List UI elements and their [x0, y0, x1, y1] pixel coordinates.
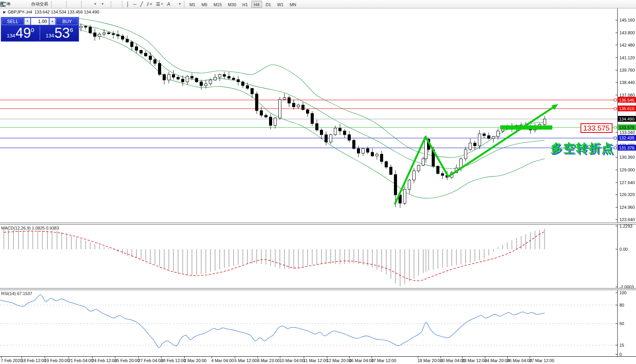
- market-watch-icon[interactable]: [18, 0, 22, 8]
- timeframe-mn-button[interactable]: MN: [287, 1, 299, 8]
- svg-text:133.575: 133.575: [619, 125, 634, 130]
- text-icon[interactable]: A: [165, 0, 172, 8]
- macd-pane[interactable]: 1.22930.00-2.0003: [0, 225, 636, 288]
- auto-scroll-icon[interactable]: [84, 0, 87, 8]
- zoom-out-icon[interactable]: [72, 0, 76, 8]
- timeframe-w1-button[interactable]: W1: [274, 1, 286, 8]
- chart-shift-icon[interactable]: [87, 0, 91, 8]
- time-axis-label: 18 Feb 12:00: [21, 358, 46, 363]
- chart-title: GBPJPY-,H4 133.642 134.534 133.456 134.4…: [2, 10, 99, 14]
- vertical-line-icon[interactable]: │: [125, 0, 131, 8]
- candlestick-chart-icon[interactable]: [57, 0, 61, 8]
- time-axis[interactable]: 7 Feb 202018 Feb 12:0019 Feb 20:0021 Feb…: [0, 356, 636, 364]
- buy-price-prefix: 134: [45, 33, 54, 41]
- candle-body: [163, 74, 166, 80]
- time-axis-label: 2 Mar 20:00: [184, 358, 207, 363]
- candle-body: [320, 130, 323, 135]
- line-handle[interactable]: [614, 107, 616, 110]
- line-chart-icon[interactable]: [61, 0, 65, 8]
- horizontal-line-icon[interactable]: ─: [131, 0, 138, 8]
- candle-body: [242, 82, 244, 86]
- candle-body: [121, 36, 124, 39]
- price-axis-label: 138.440: [619, 80, 635, 85]
- candle-body: [488, 136, 490, 138]
- volume-input[interactable]: [31, 18, 49, 25]
- timeframe-m30-button[interactable]: M30: [225, 1, 239, 8]
- channel-icon[interactable]: ⫽E: [145, 0, 154, 8]
- price-axis-label: 123.640: [619, 217, 635, 222]
- cursor-icon[interactable]: [113, 0, 117, 8]
- candle-body: [140, 50, 143, 53]
- time-axis-label: 4 Mar 04:00: [211, 358, 234, 363]
- trend-arrow-line[interactable]: [395, 106, 555, 204]
- sell-button[interactable]: SELL: [2, 18, 24, 25]
- timeframe-m1-button[interactable]: M1: [187, 1, 198, 8]
- volume-down-button[interactable]: ▼: [24, 18, 30, 25]
- price-annotation-box[interactable]: 133.575: [580, 123, 612, 133]
- arrows-icon[interactable]: ▼: [176, 0, 183, 8]
- period-icon[interactable]: ▼: [99, 0, 106, 8]
- candle-body: [413, 171, 416, 180]
- buy-price[interactable]: 134 53 6: [40, 25, 79, 41]
- price-axis-label: 142.480: [619, 43, 635, 47]
- candle-body: [126, 39, 129, 42]
- time-axis-label: 12 Mar 20:00: [326, 358, 352, 363]
- rsi-axis-label: 80: [619, 303, 624, 307]
- search-icon[interactable]: [626, 0, 630, 8]
- timeframe-d1-button[interactable]: D1: [263, 1, 274, 8]
- candle-body: [417, 165, 420, 171]
- crosshair-icon[interactable]: [117, 0, 121, 8]
- candle-body: [131, 42, 133, 47]
- volume-up-button[interactable]: ▲: [49, 18, 56, 25]
- tile-windows-icon[interactable]: [76, 0, 80, 8]
- svg-text:132.435: 132.435: [619, 136, 634, 140]
- collapse-arrow-icon[interactable]: [2, 10, 6, 14]
- text-label-icon[interactable]: T: [172, 0, 176, 8]
- trendline-icon[interactable]: ╱: [138, 0, 145, 8]
- svg-text:131.376: 131.376: [619, 146, 634, 150]
- add-indicator-icon[interactable]: ▼: [91, 0, 99, 8]
- line-handle[interactable]: [614, 137, 616, 139]
- candle-body: [306, 110, 309, 114]
- timeframe-m15-button[interactable]: M15: [211, 1, 224, 8]
- data-window-icon[interactable]: [22, 0, 25, 8]
- time-axis-label: 10 Mar 04:00: [279, 358, 305, 363]
- signal-icon[interactable]: [25, 0, 29, 8]
- candle-body: [478, 134, 481, 146]
- time-axis-label: 26 Mar 04:00: [507, 358, 532, 363]
- candle-body: [246, 86, 249, 88]
- macd-axis-label: 0.00: [619, 247, 628, 252]
- timeframe-h4-button[interactable]: H4: [251, 1, 262, 8]
- candle-body: [283, 97, 286, 99]
- time-axis-label: 24 Mar 20:00: [485, 358, 510, 363]
- candle-body: [422, 159, 425, 165]
- timeframe-h1-button[interactable]: H1: [240, 1, 251, 8]
- rsi-pane[interactable]: 1008050150: [0, 290, 636, 356]
- bar-chart-icon[interactable]: [54, 0, 57, 8]
- sell-price[interactable]: 134 49 0: [1, 25, 40, 41]
- price-chart[interactable]: 145.160143.800142.480141.120139.760138.4…: [0, 8, 636, 223]
- candle-body: [404, 190, 406, 203]
- buy-button[interactable]: BUY: [56, 18, 78, 25]
- line-handle[interactable]: [614, 147, 616, 149]
- time-axis-label: 19 Feb 20:00: [44, 358, 69, 363]
- price-axis-label: 143.800: [619, 30, 635, 35]
- candle-body: [223, 74, 226, 76]
- candle-body: [186, 76, 189, 82]
- timeframe-m5-button[interactable]: M5: [199, 1, 210, 8]
- chat-icon[interactable]: [630, 0, 634, 8]
- autotrading-label: 自动交易: [31, 1, 48, 7]
- template-icon[interactable]: [106, 0, 110, 8]
- autotrading-button[interactable]: 自动交易: [29, 0, 50, 8]
- time-axis-label: 17 Mar 12:00: [371, 358, 396, 363]
- time-axis-label: 5 Mar 12:00: [234, 358, 257, 363]
- sell-price-prefix: 134: [7, 33, 15, 41]
- line-handle[interactable]: [614, 126, 616, 129]
- zoom-in-icon[interactable]: [69, 0, 72, 8]
- price-axis-label: 137.080: [619, 93, 635, 97]
- candle-body: [302, 105, 305, 110]
- line-handle[interactable]: [614, 99, 616, 101]
- candle-body: [80, 26, 82, 28]
- fibonacci-icon[interactable]: ☰F: [154, 0, 165, 8]
- chevron-down-icon: ▼: [178, 2, 181, 6]
